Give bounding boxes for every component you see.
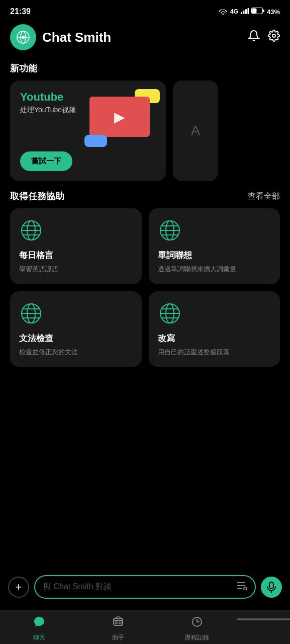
task-icon-3: [158, 301, 182, 326]
svg-rect-41: [115, 622, 117, 624]
wifi-icon: [219, 8, 228, 16]
nav-label-chat: 聊天: [33, 633, 45, 642]
battery-percent: 43%: [267, 8, 280, 16]
task-section-title: 取得任務協助: [10, 190, 64, 202]
svg-rect-2: [245, 9, 247, 14]
task-card-rewrite[interactable]: 改寫 用自己的話重述整個段落: [149, 291, 280, 367]
bottom-nav: 聊天 助手 歷程記錄: [0, 610, 290, 644]
home-indicator: [237, 618, 290, 620]
svg-rect-42: [119, 622, 121, 624]
svg-point-10: [22, 36, 25, 39]
nav-item-history[interactable]: 歷程記錄: [158, 615, 237, 642]
nav-assistant-icon: [112, 615, 125, 631]
svg-rect-5: [263, 10, 264, 12]
task-name-1: 單詞聯想: [158, 250, 271, 261]
try-youtube-button[interactable]: 嘗試一下: [20, 151, 72, 171]
task-icon-1: [158, 218, 182, 243]
nav-item-assistant[interactable]: 助手: [79, 615, 158, 642]
task-section-header: 取得任務協助 查看全部: [0, 181, 290, 208]
chat-input-area: + 與 Chat Smith 對談: [0, 570, 290, 604]
battery-icon: [251, 8, 264, 16]
task-name-0: 每日格言: [19, 250, 133, 261]
chat-add-button[interactable]: +: [8, 577, 29, 598]
task-grid: 每日格言 學習英語諺語 單詞聯想 透過單詞聯想來擴大詞彙量: [0, 208, 290, 367]
bars-icon: [241, 8, 249, 16]
nav-chat-icon: [33, 615, 46, 631]
task-name-2: 文法檢查: [19, 333, 133, 344]
view-all-link[interactable]: 查看全部: [248, 191, 280, 202]
status-time: 21:39: [10, 7, 31, 16]
feature-scroll: Youtube 处理YouTube视频 ▶ 嘗試一下 A: [0, 80, 290, 181]
bell-icon[interactable]: [248, 30, 260, 45]
feature-card-extra: A: [173, 80, 218, 181]
nav-label-assistant: 助手: [112, 633, 124, 642]
svg-rect-0: [241, 12, 242, 14]
chat-mic-button[interactable]: [261, 577, 282, 598]
header-icons: [248, 30, 280, 45]
task-name-3: 改寫: [158, 333, 271, 344]
youtube-feature-card[interactable]: Youtube 处理YouTube视频 ▶ 嘗試一下: [10, 80, 166, 181]
settings-icon[interactable]: [268, 30, 280, 45]
task-icon-2: [19, 301, 43, 326]
nav-item-chat[interactable]: 聊天: [0, 615, 79, 642]
app-header: Chat Smith: [0, 20, 290, 58]
chat-input-box[interactable]: 與 Chat Smith 對談: [34, 575, 256, 599]
task-desc-1: 透過單詞聯想來擴大詞彙量: [158, 264, 271, 274]
task-icon-0: [19, 218, 43, 243]
task-desc-3: 用自己的話重述整個段落: [158, 347, 271, 357]
task-card-daily-quote[interactable]: 每日格言 學習英語諺語: [10, 208, 142, 284]
youtube-illustration: ▶: [84, 87, 160, 152]
header-left: Chat Smith: [10, 24, 111, 50]
app-title: Chat Smith: [42, 30, 111, 45]
signal-icon: 4G: [230, 8, 238, 15]
new-features-label: 新功能: [0, 58, 290, 80]
svg-rect-3: [247, 8, 249, 14]
app-logo: [10, 24, 36, 50]
svg-point-35: [244, 587, 247, 590]
chat-input-placeholder: 與 Chat Smith 對談: [43, 582, 232, 592]
status-bar: 21:39 4G: [0, 0, 290, 20]
task-card-grammar[interactable]: 文法檢查 檢查並修正您的文法: [10, 291, 142, 367]
chat-list-icon[interactable]: [236, 581, 247, 593]
svg-rect-36: [269, 582, 273, 589]
task-desc-2: 檢查並修正您的文法: [19, 347, 133, 357]
task-desc-0: 學習英語諺語: [19, 264, 133, 274]
svg-point-11: [272, 34, 275, 37]
task-card-word-assoc[interactable]: 單詞聯想 透過單詞聯想來擴大詞彙量: [149, 208, 280, 284]
svg-rect-6: [252, 9, 256, 14]
svg-rect-1: [243, 11, 244, 14]
nav-label-history: 歷程記錄: [185, 633, 209, 642]
status-icons: 4G 43%: [219, 8, 280, 16]
play-icon: ▶: [114, 109, 125, 125]
nav-history-icon: [190, 615, 204, 631]
